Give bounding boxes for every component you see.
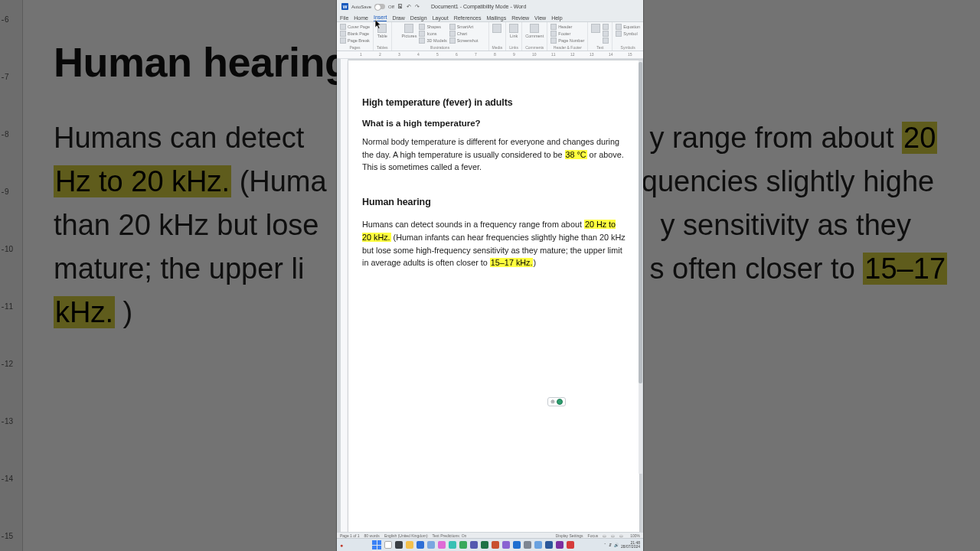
page-break-button[interactable]: Page Break bbox=[340, 37, 370, 44]
tab-layout[interactable]: Layout bbox=[433, 15, 449, 21]
shapes-button[interactable]: Shapes bbox=[419, 24, 441, 30]
horizontal-ruler[interactable]: 1 2 3 4 5 6 7 8 9 10 11 12 13 14 15 bbox=[337, 51, 643, 59]
teams-icon[interactable] bbox=[470, 541, 478, 549]
explorer-icon[interactable] bbox=[406, 541, 413, 549]
tab-home[interactable]: Home bbox=[354, 15, 368, 21]
document-page[interactable]: High temperature (fever) in adults What … bbox=[348, 60, 639, 534]
view-print-icon[interactable]: ▭ bbox=[611, 533, 615, 538]
plus-icon: ⊕ bbox=[550, 399, 555, 405]
screenshot-button[interactable]: Screenshot bbox=[449, 37, 479, 44]
scrollbar-thumb[interactable] bbox=[639, 62, 642, 383]
blank-page-button[interactable]: Blank Page bbox=[340, 31, 369, 37]
status-zoom[interactable]: 100% bbox=[630, 533, 640, 538]
weather-widget[interactable]: ● bbox=[340, 543, 343, 548]
onenote-icon[interactable] bbox=[556, 541, 564, 549]
group-label: Header & Footer bbox=[554, 45, 582, 50]
settings-icon[interactable] bbox=[524, 541, 531, 549]
pictures-button[interactable]: Pictures bbox=[402, 24, 417, 38]
tab-help[interactable]: Help bbox=[551, 15, 562, 21]
word-icon[interactable] bbox=[545, 541, 553, 549]
status-display-settings[interactable]: Display Settings bbox=[556, 533, 583, 538]
status-language[interactable]: English (United Kingdom) bbox=[384, 533, 428, 538]
ruler-mark: 2 bbox=[379, 52, 381, 57]
chart-button[interactable]: Chart bbox=[449, 31, 467, 37]
group-label: Pages bbox=[349, 45, 360, 50]
paragraph-hearing: Humans can detect sounds in a frequency … bbox=[362, 218, 626, 269]
view-web-icon[interactable]: ▭ bbox=[619, 533, 623, 538]
document-scroll-area[interactable]: High temperature (fever) in adults What … bbox=[337, 59, 643, 534]
comment-button[interactable]: Comment bbox=[525, 24, 544, 38]
dropcap-button[interactable] bbox=[603, 37, 609, 44]
taskbar-clock[interactable]: 21:48 28/07/2024 bbox=[621, 541, 640, 549]
models-button[interactable]: 3D Models bbox=[419, 37, 446, 44]
status-words[interactable]: 80 words bbox=[364, 533, 380, 538]
autosave-toggle[interactable] bbox=[374, 4, 385, 9]
ruler-mark: 1 bbox=[360, 52, 362, 57]
bg-text: Humans can detect bbox=[54, 122, 304, 154]
equation-button[interactable]: Equation bbox=[616, 24, 640, 30]
footer-button[interactable]: Footer bbox=[550, 31, 570, 37]
quickparts-button[interactable] bbox=[603, 24, 609, 30]
edge-icon[interactable] bbox=[449, 541, 456, 549]
undo-icon[interactable]: ↶ bbox=[406, 4, 412, 10]
icons-button[interactable]: Icons bbox=[419, 31, 436, 37]
start-button[interactable] bbox=[372, 540, 381, 549]
word-window: W AutoSave Off 🖫 ↶ ↷ Document1 - Compati… bbox=[337, 0, 643, 551]
powerpoint-icon[interactable] bbox=[492, 541, 499, 549]
cover-page-button[interactable]: Cover Page bbox=[340, 24, 370, 30]
security-icon[interactable] bbox=[567, 541, 574, 549]
minimize-button[interactable] bbox=[632, 4, 639, 10]
smartart-button[interactable]: SmartArt bbox=[449, 24, 474, 30]
volume-icon[interactable]: 🔊 bbox=[614, 543, 619, 547]
snip-icon[interactable] bbox=[534, 541, 542, 549]
editor-suggestion-pill[interactable]: ⊕ bbox=[547, 397, 566, 406]
ruler-mark: 5 bbox=[436, 52, 439, 57]
tab-design[interactable]: Design bbox=[410, 15, 427, 21]
bg-text: mature; the upper li bbox=[54, 253, 304, 285]
ribbon-group-headerfooter: Header Footer Page Number Header & Foote… bbox=[547, 22, 588, 51]
system-tray[interactable]: ˄ ⇵ 🔊 21:48 28/07/2024 bbox=[604, 541, 640, 549]
outlook-icon[interactable] bbox=[513, 541, 521, 549]
ribbon-group-pages: Cover Page Blank Page Page Break Pages bbox=[337, 22, 374, 51]
status-focus[interactable]: Focus bbox=[588, 533, 599, 538]
status-predictions[interactable]: Text Predictions: On bbox=[433, 533, 467, 538]
search-icon[interactable] bbox=[384, 541, 392, 549]
table-button[interactable]: Table bbox=[377, 24, 387, 38]
mail-icon[interactable] bbox=[427, 541, 435, 549]
media-button[interactable] bbox=[492, 24, 501, 33]
chevron-up-icon[interactable]: ˄ bbox=[604, 543, 606, 547]
store-icon[interactable] bbox=[416, 541, 424, 549]
vertical-scrollbar[interactable] bbox=[639, 60, 642, 474]
task-view-icon[interactable] bbox=[395, 541, 403, 549]
background-vertical-ruler: 6 7 8 9 10 11 12 13 14 15 bbox=[0, 0, 23, 551]
tab-mailings[interactable]: Mailings bbox=[486, 15, 506, 21]
tab-insert[interactable]: Insert bbox=[374, 15, 387, 21]
group-label: Media bbox=[492, 45, 503, 50]
tab-file[interactable]: File bbox=[340, 15, 348, 21]
excel-icon[interactable] bbox=[481, 541, 488, 549]
tab-view[interactable]: View bbox=[534, 15, 546, 21]
vertical-ruler[interactable] bbox=[341, 59, 348, 534]
chrome-icon[interactable] bbox=[459, 541, 467, 549]
view-read-icon[interactable]: ▭ bbox=[603, 533, 606, 538]
wifi-icon[interactable]: ⇵ bbox=[609, 543, 612, 547]
status-bar: Page 1 of 1 80 words English (United Kin… bbox=[337, 532, 643, 538]
symbol-button[interactable]: Symbol bbox=[616, 31, 637, 37]
wordart-button[interactable] bbox=[603, 31, 609, 37]
ribbon-group-media: Media bbox=[489, 22, 507, 51]
header-button[interactable]: Header bbox=[550, 24, 572, 30]
tab-review[interactable]: Review bbox=[511, 15, 529, 21]
save-icon[interactable]: 🖫 bbox=[397, 4, 403, 10]
page-number-button[interactable]: Page Number bbox=[550, 37, 584, 44]
link-button[interactable]: Link bbox=[509, 24, 518, 38]
copilot-icon[interactable] bbox=[502, 541, 510, 549]
status-page[interactable]: Page 1 of 1 bbox=[340, 533, 360, 538]
ruler-mark: 8 bbox=[494, 52, 496, 57]
tab-draw[interactable]: Draw bbox=[392, 15, 404, 21]
bg-text: y range from about bbox=[650, 122, 903, 154]
photos-icon[interactable] bbox=[438, 541, 446, 549]
redo-icon[interactable]: ↷ bbox=[414, 4, 420, 10]
group-label: Symbols bbox=[621, 45, 635, 50]
tab-references[interactable]: References bbox=[454, 15, 482, 21]
textbox-button[interactable] bbox=[591, 24, 600, 33]
